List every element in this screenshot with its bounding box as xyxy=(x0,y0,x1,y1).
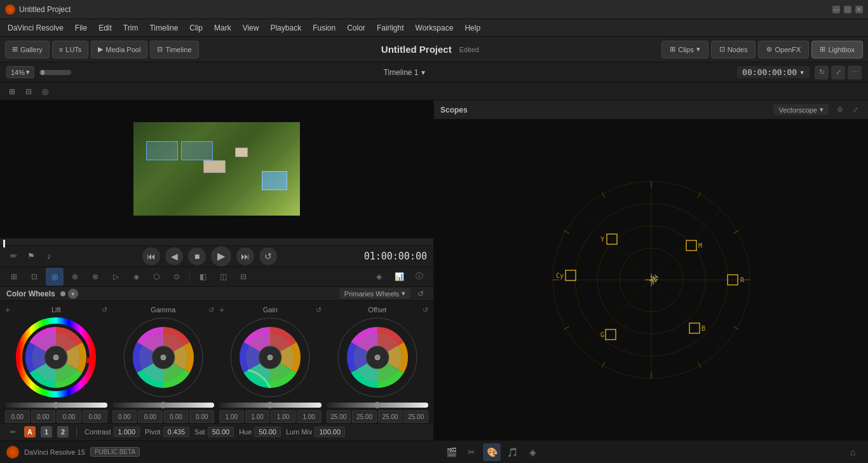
menu-clip[interactable]: Clip xyxy=(184,22,208,34)
tool-icon[interactable]: ✏ xyxy=(6,249,20,263)
menu-trim[interactable]: Trim xyxy=(118,22,144,34)
menu-edit[interactable]: Edit xyxy=(93,22,117,34)
menu-view[interactable]: View xyxy=(238,22,264,34)
ct-tool-5[interactable]: ⊗ xyxy=(86,268,104,286)
go-to-end-button[interactable]: ⏭ xyxy=(236,247,254,265)
gain-val-r[interactable]: 1.00 xyxy=(219,410,244,423)
gamma-val-g[interactable]: 0.00 xyxy=(138,410,163,423)
cw-reset-button[interactable]: ↺ xyxy=(414,287,427,300)
menu-help[interactable]: Help xyxy=(459,22,485,34)
step-back-button[interactable]: ◀ xyxy=(165,247,183,265)
hue-value[interactable]: 50.00 xyxy=(254,427,281,437)
ab-home-icon[interactable]: ⌂ xyxy=(844,443,862,461)
contrast-value[interactable]: 1.000 xyxy=(114,427,140,437)
expand-icon[interactable]: ⤢ xyxy=(831,66,845,79)
sub-icon-3[interactable]: ◎ xyxy=(38,85,52,99)
media-pool-button[interactable]: ▶ Media Pool xyxy=(91,41,147,59)
scopes-expand-icon[interactable]: ⤢ xyxy=(849,104,862,116)
luts-button[interactable]: ≡ LUTs xyxy=(52,41,88,59)
menu-file[interactable]: File xyxy=(70,22,92,34)
ab-edit-icon[interactable]: ✂ xyxy=(463,443,480,461)
ct-tool-2[interactable]: ⊡ xyxy=(25,268,43,286)
stop-button[interactable]: ■ xyxy=(188,247,206,265)
cb-badge-2[interactable]: 2 xyxy=(57,426,69,438)
go-to-start-button[interactable]: ⏮ xyxy=(142,247,160,265)
scopes-settings-icon[interactable]: ⚙ xyxy=(834,104,846,116)
ab-fusion-icon[interactable]: ◈ xyxy=(524,443,541,461)
lift-val-g[interactable]: 0.00 xyxy=(31,410,56,423)
more-options-icon[interactable]: ⋯ xyxy=(848,66,862,79)
gamma-val-a[interactable]: 0.00 xyxy=(189,410,214,423)
loop-button[interactable]: ↺ xyxy=(259,247,277,265)
ct-tool-4[interactable]: ⊕ xyxy=(66,268,84,286)
cw-mode-selector[interactable]: Primaries Wheels ▾ xyxy=(339,288,410,299)
play-button[interactable]: ▶ xyxy=(211,246,231,266)
minimize-button[interactable]: — xyxy=(832,6,840,13)
sat-value[interactable]: 50.00 xyxy=(208,427,234,437)
offset-val-b[interactable]: 25.00 xyxy=(378,410,403,423)
scrubber[interactable] xyxy=(0,238,433,246)
ab-color-icon[interactable]: 🎨 xyxy=(483,443,501,461)
zoom-control[interactable]: 14% ▾ xyxy=(6,66,34,78)
sub-icon-1[interactable]: ⊞ xyxy=(5,85,19,99)
ct-tool-12[interactable]: ⊟ xyxy=(234,268,252,286)
menu-davinci[interactable]: DaVinci Resolve xyxy=(3,22,69,34)
gain-color-wheel[interactable] xyxy=(229,316,311,399)
gain-add-icon[interactable]: + xyxy=(219,305,224,315)
ct-right-1[interactable]: ◈ xyxy=(370,268,388,286)
cb-tool-icon[interactable]: ✏ xyxy=(6,425,19,438)
offset-slider[interactable] xyxy=(327,403,429,408)
lightbox-button[interactable]: ⊞ Lightbox xyxy=(811,41,863,59)
ct-tool-3-active[interactable]: ◎ xyxy=(46,268,64,286)
ct-tool-9[interactable]: ⊙ xyxy=(168,268,186,286)
menu-workspace[interactable]: Workspace xyxy=(410,22,459,34)
timeline-button[interactable]: ⊟ Timeline xyxy=(150,41,198,59)
lift-add-icon[interactable]: + xyxy=(5,305,10,315)
gain-val-b[interactable]: 1.00 xyxy=(271,410,295,423)
menu-mark[interactable]: Mark xyxy=(209,22,236,34)
lum-mix-value[interactable]: 100.00 xyxy=(315,427,345,437)
ct-tool-7[interactable]: ◈ xyxy=(127,268,145,286)
lift-slider[interactable] xyxy=(5,403,107,408)
sub-icon-2[interactable]: ⊟ xyxy=(22,85,36,99)
flag-icon[interactable]: ⚑ xyxy=(24,249,38,263)
pivot-value[interactable]: 0.435 xyxy=(163,427,190,437)
menu-color[interactable]: Color xyxy=(342,22,370,34)
menu-fusion[interactable]: Fusion xyxy=(308,22,341,34)
nodes-button[interactable]: ⊡ Nodes xyxy=(711,41,756,59)
gain-val-a[interactable]: 1.00 xyxy=(297,410,322,423)
lift-val-b[interactable]: 0.00 xyxy=(57,410,81,423)
offset-val-a[interactable]: 25.00 xyxy=(403,410,428,423)
ct-tool-1[interactable]: ⊞ xyxy=(5,268,23,286)
lift-val-r[interactable]: 0.00 xyxy=(5,410,30,423)
cb-badge-1[interactable]: 1 xyxy=(41,426,52,438)
menu-fairlight[interactable]: Fairlight xyxy=(372,22,409,34)
scopes-mode-selector[interactable]: Vectorscope ▾ xyxy=(773,104,829,115)
gallery-button[interactable]: ⊞ Gallery xyxy=(5,41,50,59)
gamma-color-wheel[interactable] xyxy=(122,316,205,399)
cb-badge-a[interactable]: A xyxy=(24,426,36,438)
ct-right-2[interactable]: 📊 xyxy=(390,268,408,286)
cw-record-button[interactable]: ● xyxy=(68,289,78,299)
offset-val-g[interactable]: 25.00 xyxy=(352,410,377,423)
gain-slider[interactable] xyxy=(219,403,322,408)
ab-fairlight-icon[interactable]: 🎵 xyxy=(503,443,521,461)
ct-tool-8[interactable]: ⬡ xyxy=(147,268,165,286)
maximize-button[interactable]: □ xyxy=(844,6,851,13)
clips-button[interactable]: ⊞ Clips ▾ xyxy=(661,41,708,59)
audio-icon[interactable]: ♪ xyxy=(42,249,56,263)
openfx-button[interactable]: ⊛ OpenFX xyxy=(758,41,809,59)
ab-media-icon[interactable]: 🎬 xyxy=(442,443,460,461)
gain-val-g[interactable]: 1.00 xyxy=(245,410,270,423)
ct-tool-11[interactable]: ◫ xyxy=(214,268,232,286)
menu-timeline[interactable]: Timeline xyxy=(144,22,183,34)
lift-reset-icon[interactable]: ↺ xyxy=(102,306,107,314)
menu-playback[interactable]: Playback xyxy=(265,22,306,34)
ct-tool-6[interactable]: ▷ xyxy=(107,268,125,286)
refresh-icon[interactable]: ↻ xyxy=(815,66,829,79)
timeline-dropdown-icon[interactable]: ▾ xyxy=(421,68,425,77)
gamma-reset-icon[interactable]: ↺ xyxy=(208,306,214,314)
offset-reset-icon[interactable]: ↺ xyxy=(423,306,428,314)
offset-val-r[interactable]: 25.00 xyxy=(327,410,351,423)
lift-val-a[interactable]: 0.00 xyxy=(83,410,107,423)
